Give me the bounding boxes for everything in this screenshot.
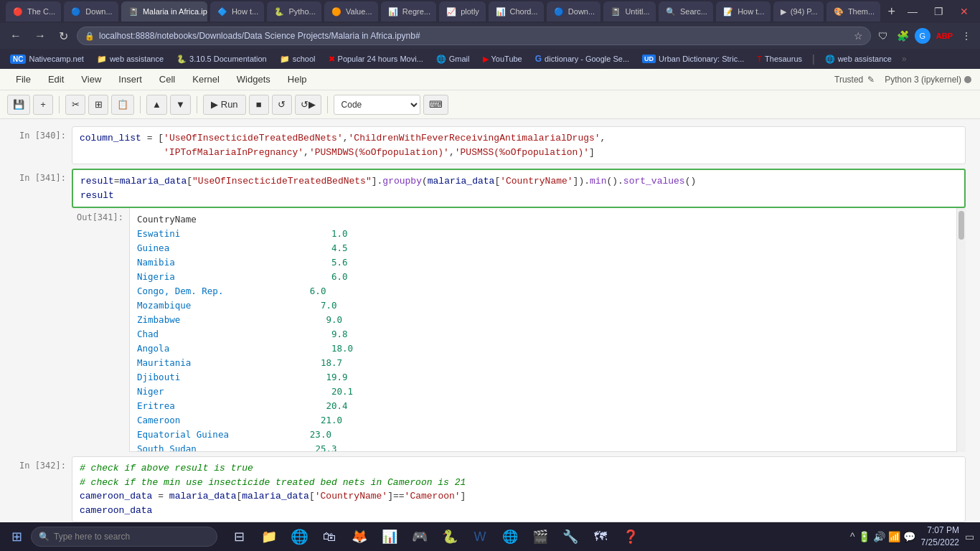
- new-tab-button[interactable]: +: [883, 3, 900, 21]
- tab-howto2[interactable]: 📝 How t...: [716, 1, 771, 22]
- tab-favicon: 📈: [446, 7, 456, 17]
- bookmark-dictionary[interactable]: G dictionary - Google Se...: [529, 52, 635, 65]
- system-clock[interactable]: 7:07 PM 7/25/2022: [921, 524, 959, 549]
- restart-button[interactable]: ↺: [272, 95, 292, 115]
- taskbar-icon-anaconda[interactable]: 🐍: [437, 524, 463, 550]
- refresh-button[interactable]: ↻: [55, 28, 72, 44]
- edit-icon[interactable]: ✎: [867, 75, 875, 85]
- taskbar-icon-browser2[interactable]: 🌐: [497, 524, 523, 550]
- taskbar-icon-maps[interactable]: 🗺: [588, 524, 613, 550]
- taskbar-search[interactable]: 🔍 Type here to search: [31, 527, 217, 547]
- bookmark-nativecamp[interactable]: NC Nativecamp.net: [4, 53, 90, 65]
- taskbar-icon-help[interactable]: ❓: [618, 524, 644, 550]
- cut-button[interactable]: ✂: [65, 95, 85, 115]
- bookmark-webassist1[interactable]: 📁 web assistance: [91, 53, 169, 65]
- menu-edit[interactable]: Edit: [41, 72, 71, 87]
- tab-python[interactable]: 🐍 Pytho...: [267, 1, 321, 22]
- taskbar-icon-chrome[interactable]: 🌐: [286, 524, 312, 550]
- tray-up-icon[interactable]: ^: [850, 531, 855, 542]
- menu-kernel[interactable]: Kernel: [185, 72, 227, 87]
- tab-favicon: ▶: [781, 7, 786, 17]
- menu-insert[interactable]: Insert: [111, 72, 149, 87]
- taskbar-icon-taskview[interactable]: ⊟: [226, 524, 252, 550]
- tab-the-c[interactable]: 🔴 The C...: [6, 1, 61, 22]
- paste-button[interactable]: 📋: [111, 95, 134, 115]
- tab-youtube[interactable]: ▶ (94) P...: [773, 1, 824, 22]
- bookmarks-more[interactable]: »: [899, 54, 910, 64]
- tray-network-icon[interactable]: 🔋: [858, 531, 870, 542]
- taskbar-icon-word[interactable]: W: [467, 524, 493, 550]
- tray-volume-icon[interactable]: 🔊: [873, 531, 885, 542]
- taskbar-icon-store[interactable]: 🛍: [316, 524, 342, 550]
- adblock-icon[interactable]: ABP: [933, 30, 956, 42]
- tray-notification-icon[interactable]: 💬: [903, 531, 915, 542]
- cell-content-342[interactable]: # check if above result is true # check …: [72, 456, 966, 522]
- taskbar-icon-vlc[interactable]: 🎬: [527, 524, 553, 550]
- tab-favicon: 🔴: [13, 7, 23, 17]
- maximize-button[interactable]: ❐: [928, 4, 948, 19]
- save-button[interactable]: 💾: [7, 95, 30, 115]
- tab-howto1[interactable]: 🔷 How t...: [210, 1, 265, 22]
- bookmark-thesaurus[interactable]: T Thesaurus: [751, 53, 808, 65]
- system-tray: ^ 🔋 🔊 📶 💬 7:07 PM 7/25/2022 ▭: [850, 524, 974, 549]
- cell-label-340: In [340]:: [14, 126, 72, 164]
- cell-type-select[interactable]: Code Markdown Raw NBConvert: [334, 95, 420, 115]
- menu-cell[interactable]: Cell: [152, 72, 182, 87]
- tab-value[interactable]: 🟠 Value...: [324, 1, 378, 22]
- forward-button[interactable]: →: [30, 28, 50, 44]
- bookmark-icon: NC: [10, 55, 26, 64]
- taskbar-icon-tools[interactable]: 🔧: [557, 524, 583, 550]
- address-bar[interactable]: 🔒 localhost:8888/notebooks/Downloads/Dat…: [77, 27, 871, 45]
- minimize-button[interactable]: —: [903, 4, 923, 19]
- menu-widgets[interactable]: Widgets: [230, 72, 278, 87]
- menu-view[interactable]: View: [74, 72, 108, 87]
- bookmark-movies[interactable]: ✖ Popular 24 hours Movi...: [323, 53, 429, 65]
- extensions-icon[interactable]: 🧩: [894, 29, 912, 43]
- tab-chord[interactable]: 📊 Chord...: [489, 1, 544, 22]
- restart-run-button[interactable]: ↺▶: [295, 95, 321, 115]
- move-down-button[interactable]: ▼: [170, 95, 191, 115]
- profile-icon[interactable]: G: [915, 28, 930, 44]
- bookmark-python-docs[interactable]: 🐍 3.10.5 Documentation: [171, 53, 273, 65]
- python-icon: 🐍: [176, 55, 187, 64]
- tab-theme[interactable]: 🎨 Them...: [826, 1, 881, 22]
- taskbar-pinned-icons: ⊟ 📁 🌐 🛍 🦊 📊 🎮 🐍 W 🌐 🎬 🔧 🗺 ❓: [226, 524, 644, 550]
- shield-icon[interactable]: 🛡: [875, 29, 891, 43]
- tab-down1[interactable]: 🔵 Down...: [64, 1, 118, 22]
- start-button[interactable]: ⊞: [6, 526, 28, 547]
- tray-wifi-icon[interactable]: 📶: [888, 531, 900, 542]
- bookmark-school[interactable]: 📁 school: [274, 53, 321, 65]
- tab-down2[interactable]: 🔵 Down...: [547, 1, 601, 22]
- cell-content-340[interactable]: column_list = ['UseOfInsecticideTreatedB…: [72, 126, 966, 164]
- taskbar-icon-discord[interactable]: 🎮: [407, 524, 433, 550]
- bookmark-page-icon[interactable]: ☆: [854, 30, 863, 42]
- run-button[interactable]: ▶ Run: [203, 95, 246, 115]
- show-desktop-icon[interactable]: ▭: [965, 531, 974, 542]
- tab-regre[interactable]: 📊 Regre...: [381, 1, 436, 22]
- bookmark-webassist2[interactable]: 🌐 web assistance: [819, 53, 897, 65]
- menu-help[interactable]: Help: [281, 72, 314, 87]
- tab-malaria[interactable]: 📓 Malaria in Africa.ipynb ✕: [121, 1, 207, 22]
- keyboard-shortcuts-button[interactable]: ⌨: [423, 95, 448, 115]
- taskbar-icon-files[interactable]: 📁: [256, 524, 282, 550]
- menu-file[interactable]: File: [9, 72, 38, 87]
- output-scrollbar[interactable]: [957, 208, 966, 452]
- tab-plotly[interactable]: 📈 plotly: [439, 1, 485, 22]
- cell-content-341[interactable]: result=malaria_data["UseOfInsecticideTre…: [72, 169, 966, 208]
- bookmark-gmail[interactable]: 🌐 Gmail: [430, 53, 476, 65]
- tab-search[interactable]: 🔍 Searc...: [659, 1, 713, 22]
- taskbar-icon-firefox[interactable]: 🦊: [347, 524, 372, 550]
- add-cell-button[interactable]: +: [33, 95, 53, 115]
- bookmark-youtube[interactable]: ▶ YouTube: [477, 53, 528, 65]
- close-button[interactable]: ✕: [954, 4, 974, 19]
- copy-button[interactable]: ⊞: [88, 95, 108, 115]
- bookmark-urban[interactable]: UD Urban Dictionary: Stric...: [636, 53, 750, 65]
- trusted-badge: Trusted ✎: [834, 75, 875, 85]
- tab-untitled[interactable]: 📓 Untitl...: [603, 1, 656, 22]
- back-button[interactable]: ←: [6, 28, 26, 44]
- toolbar-separator4: [327, 96, 328, 113]
- taskbar-icon-app6[interactable]: 📊: [377, 524, 402, 550]
- move-up-button[interactable]: ▲: [146, 95, 167, 115]
- interrupt-button[interactable]: ■: [249, 95, 269, 115]
- menu-icon[interactable]: ⋮: [958, 29, 974, 43]
